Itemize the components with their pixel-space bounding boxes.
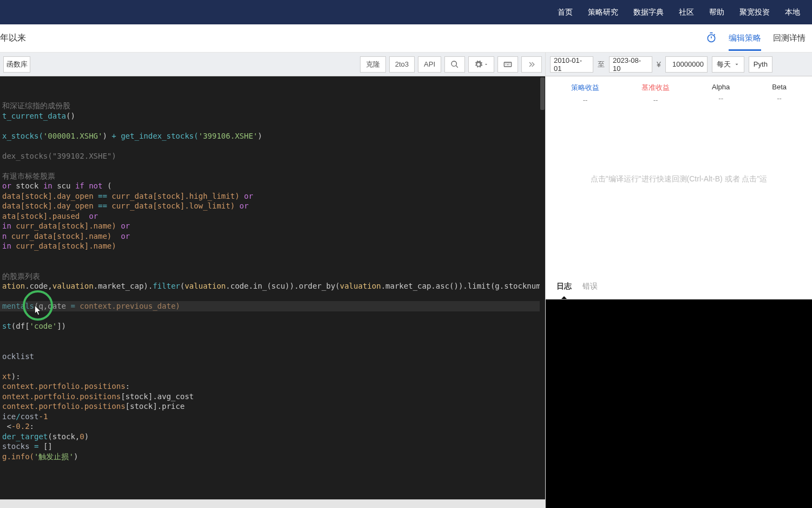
code-text: not <box>89 181 102 190</box>
clone-button[interactable]: 克隆 <box>360 56 386 73</box>
twoto3-button[interactable]: 2to3 <box>389 56 415 73</box>
code-text: '000001.XSHG' <box>43 132 103 140</box>
code-text: in <box>43 181 53 190</box>
compile-hint: 点击"编译运行"进行快速回测(Ctrl-Alt-B) 或者 点击"运 <box>546 174 812 184</box>
code-text: ) <box>258 132 262 140</box>
api-button[interactable]: API <box>418 56 441 73</box>
nav-home[interactable]: 首页 <box>550 8 580 17</box>
code-text: valuation <box>53 282 94 290</box>
metric-value: -- <box>712 94 730 102</box>
search-button[interactable] <box>444 56 465 73</box>
tab-backtest-detail[interactable]: 回测详情 <box>773 31 806 45</box>
code-text: data[stock].day_open <box>2 201 98 210</box>
metric-strategy-return: 策略收益 -- <box>571 83 599 104</box>
code-text: / <box>16 412 20 421</box>
metric-alpha: Alpha -- <box>712 83 730 104</box>
horizontal-scrollbar[interactable] <box>0 499 545 508</box>
frequency-select[interactable]: 每天 <box>712 56 744 73</box>
code-text: curr_data[stock].name) <box>6 232 121 240</box>
metric-label: Alpha <box>712 83 730 91</box>
code-text: (df[ <box>11 322 30 330</box>
code-text: ocklist <box>2 352 34 361</box>
code-text: -0.2 <box>11 422 30 431</box>
code-text: curr_data[stock].name) <box>11 222 121 230</box>
code-text: 0 <box>80 432 84 441</box>
nav-strategy[interactable]: 策略研究 <box>580 8 626 17</box>
nav-local[interactable]: 本地 <box>777 8 808 17</box>
code-text: + <box>112 132 116 140</box>
timer-icon[interactable] <box>706 32 717 45</box>
code-text: -1 <box>38 412 48 421</box>
settings-button[interactable] <box>468 56 494 73</box>
code-text: ice <box>2 412 16 421</box>
code-text: or <box>239 201 248 210</box>
code-text: == <box>98 201 107 210</box>
gear-icon <box>474 60 483 69</box>
expand-button[interactable] <box>521 56 542 73</box>
code-text: 的股票列表 <box>2 272 40 281</box>
nav-help[interactable]: 帮助 <box>702 8 732 17</box>
log-tabs: 日志 错误 <box>546 282 812 299</box>
language-select[interactable]: Pyth <box>749 56 772 73</box>
code-text: or <box>244 192 253 200</box>
nav-data-dict[interactable]: 数据字典 <box>626 8 671 17</box>
code-text: ontext.portfolio.positions <box>2 392 121 401</box>
code-text: in <box>2 242 11 250</box>
svg-rect-0 <box>504 62 511 67</box>
language-label: Pyth <box>754 60 768 68</box>
code-text: scu <box>53 181 75 190</box>
code-text: g.info( <box>2 452 34 461</box>
tab-error[interactable]: 错误 <box>582 282 598 294</box>
metric-value: -- <box>571 96 599 104</box>
nav-community[interactable]: 社区 <box>671 8 702 17</box>
code-text: in <box>2 222 11 230</box>
tab-edit-strategy[interactable]: 编辑策略 <box>729 31 761 44</box>
code-text: curr_data[stock].name) <box>11 242 116 250</box>
metrics-row: 策略收益 -- 基准收益 -- Alpha -- Beta -- <box>546 76 812 104</box>
code-text: < <box>2 422 11 431</box>
code-text: : <box>126 382 130 390</box>
metric-benchmark-return: 基准收益 -- <box>641 83 670 104</box>
code-editor[interactable]: 和深证综指的成份股 t_current_data() x_stocks('000… <box>0 76 545 499</box>
code-text: .code.in_(scu)).order_by( <box>226 282 340 290</box>
cursor-line-highlight <box>0 301 541 311</box>
code-text: () <box>66 112 75 120</box>
keyboard-button[interactable] <box>497 56 518 73</box>
code-text: or <box>121 232 130 240</box>
date-separator: 至 <box>598 60 605 69</box>
keyboard-icon <box>503 60 512 69</box>
start-date-input[interactable]: 2010-01-01 <box>550 56 593 73</box>
code-text: .code, <box>25 282 53 290</box>
code-text: 'code' <box>30 322 57 330</box>
code-text: ( <box>102 181 112 190</box>
code-text: x_stocks( <box>2 132 43 140</box>
code-text: 和深证综指的成份股 <box>2 101 70 110</box>
scrollbar-thumb[interactable] <box>540 77 545 110</box>
code-text: ata[stock].paused <box>2 212 89 220</box>
code-text: curr_data[stock].low_limit) <box>107 201 239 210</box>
code-text: or <box>2 181 11 190</box>
code-text: or <box>121 222 130 230</box>
fn-library-button[interactable]: 函数库 <box>3 56 30 73</box>
top-nav: 首页 策略研究 数据字典 社区 帮助 聚宽投资 本地 <box>0 0 812 24</box>
code-text: [stock].price <box>126 402 185 411</box>
code-text: stock <box>11 181 43 190</box>
end-date-input[interactable]: 2023-08-10 <box>609 56 652 73</box>
code-text: curr_data[stock].high_limit) <box>107 192 244 200</box>
code-text: ): <box>11 372 21 381</box>
code-text: stocks <box>2 442 34 451</box>
metric-value: -- <box>641 96 670 104</box>
chevron-down-icon <box>734 62 739 67</box>
backtest-params: 2010-01-01 至 2023-08-10 ¥ 10000000 每天 Py… <box>546 53 812 76</box>
nav-invest[interactable]: 聚宽投资 <box>732 8 777 17</box>
code-text: ]) <box>57 322 66 330</box>
code-text: [] <box>38 442 52 451</box>
vertical-scrollbar[interactable] <box>540 76 545 499</box>
code-text: ation <box>2 282 25 290</box>
metric-value: -- <box>772 94 787 102</box>
page-title: 年以来 <box>0 32 26 44</box>
amount-input[interactable]: 10000000 <box>665 56 708 73</box>
metric-beta: Beta -- <box>772 83 787 104</box>
tab-log[interactable]: 日志 <box>556 282 572 294</box>
chevron-down-icon <box>484 60 488 69</box>
